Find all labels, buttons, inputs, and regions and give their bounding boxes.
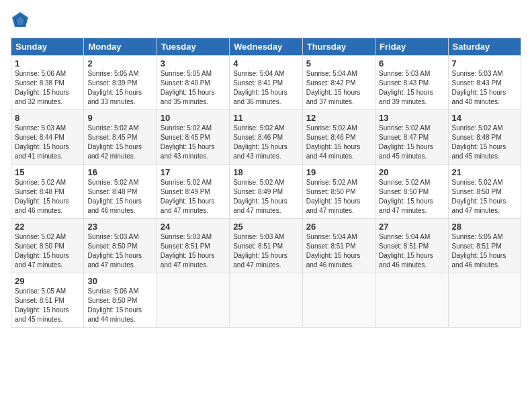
calendar-week-row: 22 Sunrise: 5:02 AM Sunset: 8:50 PM Dayl… (11, 219, 521, 273)
day-number: 6 (379, 58, 444, 68)
calendar-cell: 8 Sunrise: 5:03 AM Sunset: 8:44 PM Dayli… (11, 110, 84, 165)
day-number: 7 (452, 58, 517, 68)
day-info: Sunrise: 5:02 AM Sunset: 8:46 PM Dayligh… (306, 124, 371, 161)
day-info: Sunrise: 5:02 AM Sunset: 8:49 PM Dayligh… (161, 178, 226, 216)
day-number: 13 (379, 113, 444, 123)
calendar-cell: 22 Sunrise: 5:02 AM Sunset: 8:50 PM Dayl… (11, 219, 84, 273)
day-number: 15 (15, 167, 80, 177)
day-number: 4 (233, 58, 298, 68)
calendar-cell: 29 Sunrise: 5:05 AM Sunset: 8:51 PM Dayl… (11, 273, 84, 328)
day-header-tuesday: Tuesday (157, 38, 229, 56)
day-number: 2 (87, 58, 152, 68)
day-number: 27 (379, 222, 444, 232)
day-number: 8 (15, 113, 80, 123)
day-number: 20 (379, 167, 444, 177)
day-number: 10 (161, 113, 226, 123)
day-info: Sunrise: 5:02 AM Sunset: 8:45 PM Dayligh… (87, 124, 152, 161)
day-info: Sunrise: 5:03 AM Sunset: 8:51 PM Dayligh… (233, 232, 298, 270)
calendar-cell: 16 Sunrise: 5:02 AM Sunset: 8:48 PM Dayl… (84, 165, 157, 219)
calendar-cell: 13 Sunrise: 5:02 AM Sunset: 8:47 PM Dayl… (375, 110, 448, 165)
day-info: Sunrise: 5:06 AM Sunset: 8:50 PM Dayligh… (87, 287, 152, 324)
day-info: Sunrise: 5:04 AM Sunset: 8:51 PM Dayligh… (379, 232, 444, 270)
day-info: Sunrise: 5:05 AM Sunset: 8:51 PM Dayligh… (15, 287, 80, 324)
calendar-cell: 23 Sunrise: 5:03 AM Sunset: 8:50 PM Dayl… (84, 219, 157, 273)
day-number: 29 (15, 276, 80, 286)
calendar-cell (375, 273, 448, 328)
day-info: Sunrise: 5:02 AM Sunset: 8:50 PM Dayligh… (15, 232, 80, 270)
calendar-cell: 17 Sunrise: 5:02 AM Sunset: 8:49 PM Dayl… (157, 165, 229, 219)
calendar-cell: 28 Sunrise: 5:05 AM Sunset: 8:51 PM Dayl… (448, 219, 521, 273)
day-number: 17 (161, 167, 226, 177)
day-number: 14 (452, 113, 517, 123)
day-header-friday: Friday (375, 38, 448, 56)
day-header-thursday: Thursday (302, 38, 375, 56)
day-number: 11 (233, 113, 298, 123)
day-info: Sunrise: 5:03 AM Sunset: 8:44 PM Dayligh… (15, 124, 80, 161)
day-number: 30 (87, 276, 152, 286)
day-info: Sunrise: 5:03 AM Sunset: 8:43 PM Dayligh… (452, 69, 517, 107)
day-info: Sunrise: 5:02 AM Sunset: 8:48 PM Dayligh… (87, 178, 152, 216)
calendar-cell: 4 Sunrise: 5:04 AM Sunset: 8:41 PM Dayli… (230, 56, 302, 110)
day-number: 24 (161, 222, 226, 232)
calendar-cell (448, 273, 521, 328)
day-info: Sunrise: 5:02 AM Sunset: 8:50 PM Dayligh… (452, 178, 517, 216)
day-info: Sunrise: 5:05 AM Sunset: 8:51 PM Dayligh… (452, 232, 517, 270)
calendar-week-row: 1 Sunrise: 5:06 AM Sunset: 8:38 PM Dayli… (11, 56, 521, 110)
day-number: 26 (306, 222, 371, 232)
day-info: Sunrise: 5:03 AM Sunset: 8:43 PM Dayligh… (379, 69, 444, 107)
calendar-table: SundayMondayTuesdayWednesdayThursdayFrid… (11, 38, 521, 328)
calendar-cell: 14 Sunrise: 5:02 AM Sunset: 8:48 PM Dayl… (448, 110, 521, 165)
day-number: 1 (15, 58, 80, 68)
calendar-cell: 5 Sunrise: 5:04 AM Sunset: 8:42 PM Dayli… (302, 56, 375, 110)
day-header-wednesday: Wednesday (230, 38, 302, 56)
day-number: 21 (452, 167, 517, 177)
day-info: Sunrise: 5:04 AM Sunset: 8:41 PM Dayligh… (233, 69, 298, 107)
day-info: Sunrise: 5:02 AM Sunset: 8:48 PM Dayligh… (15, 178, 80, 216)
calendar-week-row: 8 Sunrise: 5:03 AM Sunset: 8:44 PM Dayli… (11, 110, 521, 165)
page-header (11, 11, 521, 30)
day-number: 25 (233, 222, 298, 232)
logo (11, 11, 32, 30)
day-info: Sunrise: 5:02 AM Sunset: 8:50 PM Dayligh… (306, 178, 371, 216)
calendar-cell: 6 Sunrise: 5:03 AM Sunset: 8:43 PM Dayli… (375, 56, 448, 110)
day-number: 22 (15, 222, 80, 232)
calendar-header-row: SundayMondayTuesdayWednesdayThursdayFrid… (11, 38, 521, 56)
calendar-week-row: 29 Sunrise: 5:05 AM Sunset: 8:51 PM Dayl… (11, 273, 521, 328)
logo-icon (11, 11, 30, 30)
day-number: 19 (306, 167, 371, 177)
calendar-cell: 24 Sunrise: 5:03 AM Sunset: 8:51 PM Dayl… (157, 219, 229, 273)
calendar-cell (157, 273, 229, 328)
day-info: Sunrise: 5:02 AM Sunset: 8:49 PM Dayligh… (233, 178, 298, 216)
day-info: Sunrise: 5:05 AM Sunset: 8:40 PM Dayligh… (161, 69, 226, 107)
calendar-cell: 9 Sunrise: 5:02 AM Sunset: 8:45 PM Dayli… (84, 110, 157, 165)
day-number: 3 (161, 58, 226, 68)
day-info: Sunrise: 5:02 AM Sunset: 8:47 PM Dayligh… (379, 124, 444, 161)
calendar-cell: 19 Sunrise: 5:02 AM Sunset: 8:50 PM Dayl… (302, 165, 375, 219)
day-header-saturday: Saturday (448, 38, 521, 56)
calendar-cell: 18 Sunrise: 5:02 AM Sunset: 8:49 PM Dayl… (230, 165, 302, 219)
day-info: Sunrise: 5:04 AM Sunset: 8:51 PM Dayligh… (306, 232, 371, 270)
day-number: 28 (452, 222, 517, 232)
day-number: 9 (87, 113, 152, 123)
calendar-cell: 21 Sunrise: 5:02 AM Sunset: 8:50 PM Dayl… (448, 165, 521, 219)
day-info: Sunrise: 5:02 AM Sunset: 8:50 PM Dayligh… (379, 178, 444, 216)
calendar-cell: 20 Sunrise: 5:02 AM Sunset: 8:50 PM Dayl… (375, 165, 448, 219)
calendar-cell: 11 Sunrise: 5:02 AM Sunset: 8:46 PM Dayl… (230, 110, 302, 165)
calendar-cell: 3 Sunrise: 5:05 AM Sunset: 8:40 PM Dayli… (157, 56, 229, 110)
day-info: Sunrise: 5:03 AM Sunset: 8:50 PM Dayligh… (87, 232, 152, 270)
calendar-week-row: 15 Sunrise: 5:02 AM Sunset: 8:48 PM Dayl… (11, 165, 521, 219)
day-number: 12 (306, 113, 371, 123)
day-number: 16 (87, 167, 152, 177)
calendar-cell: 7 Sunrise: 5:03 AM Sunset: 8:43 PM Dayli… (448, 56, 521, 110)
day-header-sunday: Sunday (11, 38, 84, 56)
calendar-cell: 25 Sunrise: 5:03 AM Sunset: 8:51 PM Dayl… (230, 219, 302, 273)
day-info: Sunrise: 5:03 AM Sunset: 8:51 PM Dayligh… (161, 232, 226, 270)
calendar-cell: 30 Sunrise: 5:06 AM Sunset: 8:50 PM Dayl… (84, 273, 157, 328)
day-number: 23 (87, 222, 152, 232)
calendar-cell: 15 Sunrise: 5:02 AM Sunset: 8:48 PM Dayl… (11, 165, 84, 219)
day-info: Sunrise: 5:05 AM Sunset: 8:39 PM Dayligh… (87, 69, 152, 107)
day-info: Sunrise: 5:06 AM Sunset: 8:38 PM Dayligh… (15, 69, 80, 107)
calendar-cell: 1 Sunrise: 5:06 AM Sunset: 8:38 PM Dayli… (11, 56, 84, 110)
day-number: 18 (233, 167, 298, 177)
calendar-cell: 27 Sunrise: 5:04 AM Sunset: 8:51 PM Dayl… (375, 219, 448, 273)
